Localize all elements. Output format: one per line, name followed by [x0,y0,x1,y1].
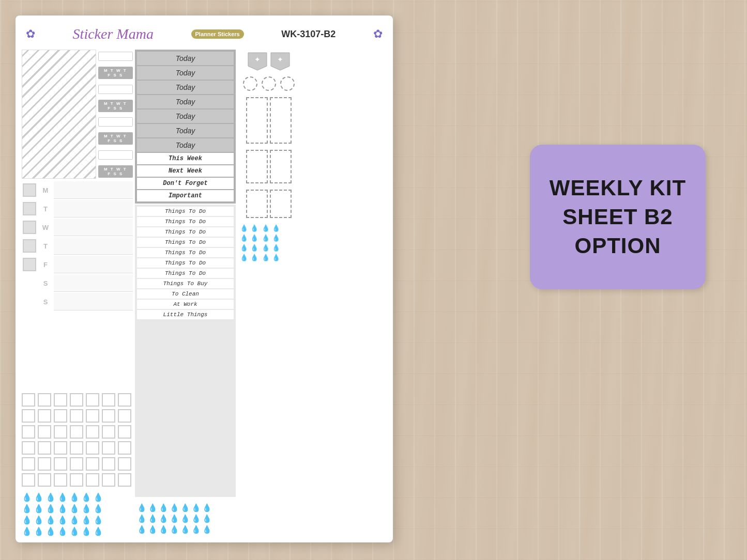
mtwtfss-row-1: M T W T F S S [98,67,133,79]
promo-line1: WEEKLY KIT [550,176,686,200]
day-line-s1 [54,274,133,292]
circle-sticker-3 [280,76,295,91]
day-checkbox-t2 [23,239,36,253]
dashed-boxes-short [240,190,298,218]
label-at-work: At Work [137,300,234,309]
day-checkbox-f [23,258,36,271]
diagonal-stripe [22,50,96,179]
bottom-drops-section: 💧💧💧💧💧💧💧 💧💧💧💧💧💧💧 💧💧💧💧💧💧💧 [135,501,236,536]
label-things-to-do-4: Things To Do [137,238,234,247]
day-label-s1: S [39,274,52,292]
blank-strip-3 [98,117,133,127]
special-sticker-2: Next Week [137,165,234,177]
mtwtfss-row-3: M T W T F S S [98,132,133,145]
flag-row: ✦ ✦ [240,52,298,72]
today-sticker-3: Today [137,81,234,94]
day-line-t2 [54,237,133,255]
sheet-code: WK-3107-B2 [281,29,336,40]
today-sticker-6: Today [137,124,234,137]
day-checkbox-s2 [23,295,36,308]
today-stickers-section: Today Today Today Today Today Today Toda… [135,50,236,204]
flag-icon-2: ✦ [270,52,291,72]
label-things-to-buy: Things To Buy [137,279,234,288]
circle-sticker-1 [243,76,257,91]
day-label-f: F [39,256,52,273]
dashed-boxes-medium [240,150,298,183]
day-label-t: T [39,200,52,217]
label-things-to-do-5: Things To Do [137,248,234,257]
dashed-box-short-1 [246,190,268,218]
water-drops-section: 💧 💧 💧 💧 💧 💧 💧 💧 💧 💧 💧 💧 [22,492,133,536]
today-sticker-7: Today [137,138,234,152]
day-label-m: M [39,181,52,199]
day-label-s2: S [39,293,52,310]
day-label-w: W [39,219,52,236]
day-checkbox-s1 [23,276,36,290]
dashed-box-short-2 [270,190,292,218]
special-sticker-1: This Week [137,153,234,164]
cb-1 [22,393,35,407]
label-little-things: Little Things [137,310,234,319]
circle-sticker-2 [262,76,276,91]
day-label-t2: T [39,237,52,255]
day-checkbox-m [23,183,36,197]
today-sticker-5: Today [137,110,234,123]
day-line-m [54,181,133,199]
day-checkbox-w [23,221,36,234]
today-sticker-4: Today [137,95,234,108]
flower-right-icon: ✿ [373,27,383,41]
promo-line2: SHEET B2 [562,205,673,229]
day-line-f [54,256,133,273]
sheet-header: ✿ Sticker Mama Planner Stickers WK-3107-… [22,22,387,46]
label-things-to-do-3: Things To Do [137,227,234,237]
task-labels-section: Things To Do Things To Do Things To Do T… [135,205,236,497]
planner-badge: Planner Stickers [191,29,244,39]
svg-text:✦: ✦ [254,55,261,64]
label-things-to-do-2: Things To Do [137,217,234,226]
dashed-box-med-2 [270,150,292,183]
right-column: ✦ ✦ [238,50,300,536]
today-sticker-2: Today [137,66,234,80]
blank-strip-1 [98,52,133,61]
label-things-to-do-7: Things To Do [137,269,234,278]
flower-left-icon: ✿ [26,27,35,41]
dashed-box-tall-2 [270,97,292,144]
special-sticker-4: Important [137,190,234,201]
promo-box: WEEKLY KIT SHEET B2 OPTION [530,145,706,289]
today-sticker-1: Today [137,52,234,65]
checkbox-grid-section [22,393,133,487]
dashed-box-tall-1 [246,97,268,144]
dashed-boxes-tall [240,97,298,144]
circle-row [240,76,298,91]
svg-text:✦: ✦ [277,55,283,64]
drop-icon: 💧 [22,492,32,502]
dashed-box-med-1 [246,150,268,183]
right-small-drops: 💧💧 💧💧 💧💧 💧💧 💧💧 💧💧 💧💧 💧💧 [240,224,298,261]
label-things-to-do-1: Things To Do [137,207,234,216]
special-sticker-3: Don't Forget [137,178,234,189]
brand-logo: Sticker Mama [73,26,154,42]
flag-icon-1: ✦ [247,52,268,72]
mtwtfss-row-4: M T W T F S S [98,165,133,178]
promo-line3: OPTION [574,234,661,258]
sticker-sheet: ✿ Sticker Mama Planner Stickers WK-3107-… [16,15,393,542]
mtwtfss-row-2: M T W T F S S [98,100,133,112]
label-things-to-do-6: Things To Do [137,258,234,268]
day-checkbox-t [23,202,36,215]
blank-strip-2 [98,85,133,94]
day-line-s2 [54,293,133,310]
blank-strip-4 [98,150,133,160]
label-to-clean: To Clean [137,289,234,299]
day-line-t [54,200,133,217]
day-line-w [54,219,133,236]
